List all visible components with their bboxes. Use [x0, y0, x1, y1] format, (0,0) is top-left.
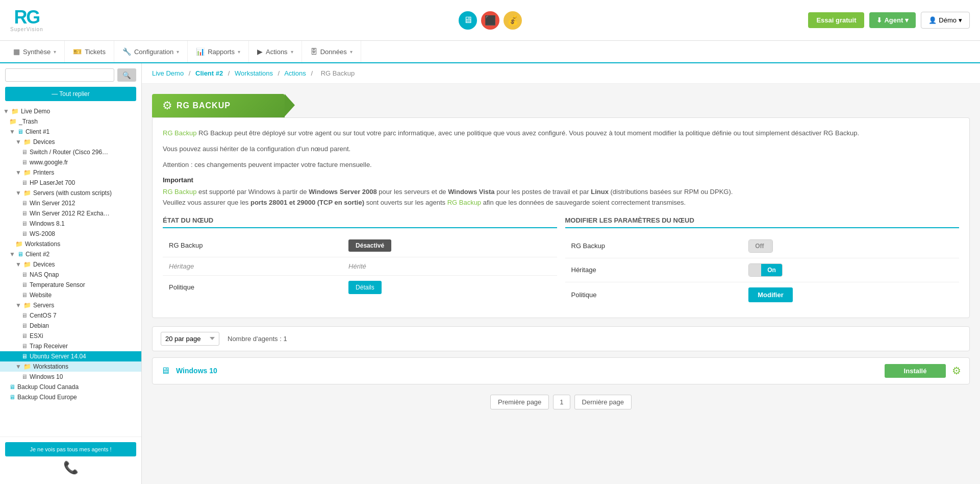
coin-icon: 💰: [504, 11, 522, 30]
param-row-heritage: Héritage On: [565, 258, 960, 282]
nav-rapports[interactable]: 📊 Rapports ▾: [188, 41, 249, 62]
modifier-button[interactable]: Modifier: [748, 287, 793, 302]
state-row-rgbackup: RG Backup Désactivé: [163, 234, 557, 257]
herite-badge: Hérité: [348, 262, 366, 270]
chevron-icon: ▼: [15, 363, 21, 370]
tree-item-trap[interactable]: 🖥 Trap Receiver: [0, 341, 141, 351]
breadcrumb-client2[interactable]: Client #2: [195, 69, 223, 77]
tree-item-printers[interactable]: ▼ 📁 Printers: [0, 167, 141, 178]
rg-backup-banner-wrap: ⚙ RG BACKUP: [152, 94, 285, 117]
win2012r2-icon: 🖥: [21, 210, 28, 217]
breadcrumb-livedemo[interactable]: Live Demo: [152, 69, 184, 77]
website-icon: 🖥: [21, 292, 28, 299]
agent-monitor-icon: 🖥: [161, 366, 170, 376]
breadcrumb-actions[interactable]: Actions: [284, 69, 306, 77]
rg-backup-link1[interactable]: RG Backup: [163, 129, 196, 137]
nav-bar: ▦ Synthèse ▾ 🎫 Tickets 🔧 Configuration ▾…: [0, 41, 980, 63]
agent-button[interactable]: ⬇ Agent ▾: [869, 12, 916, 28]
tree-item-win10[interactable]: 🖥 Windows 10: [0, 372, 141, 382]
rg-backup-banner: ⚙ RG BACKUP: [152, 94, 285, 117]
tree-item-switch[interactable]: 🖥 Switch / Router (Cisco 296…: [0, 147, 141, 157]
last-page-button[interactable]: Dernière page: [574, 395, 632, 409]
tree-item-nas[interactable]: 🖥 NAS Qnap: [0, 270, 141, 280]
agent-name[interactable]: Windows 10: [176, 367, 878, 375]
tree-item-live-demo[interactable]: ▼ 📁 Live Demo: [0, 106, 141, 116]
nav-configuration[interactable]: 🔧 Configuration ▾: [114, 41, 188, 62]
layout: 🔍 — Tout replier ▼ 📁 Live Demo 📁 _Trash …: [0, 63, 980, 484]
agents-button[interactable]: Je ne vois pas tous mes agents !: [5, 442, 136, 456]
hp-icon: 🖥: [21, 179, 28, 186]
tree-item-centos[interactable]: 🖥 CentOS 7: [0, 310, 141, 321]
tree-item-win81[interactable]: 🖥 Windows 8.1: [0, 219, 141, 229]
tree-item-website[interactable]: 🖥 Website: [0, 290, 141, 300]
breadcrumb-workstations[interactable]: Workstations: [235, 69, 273, 77]
tree-item-workstations1[interactable]: 📁 Workstations: [0, 239, 141, 249]
tree-item-esxi[interactable]: 🖥 ESXi: [0, 331, 141, 341]
tree-item-ws2008[interactable]: 🖥 WS-2008: [0, 229, 141, 239]
config-caret: ▾: [177, 49, 179, 55]
chevron-icon: 📁: [15, 240, 23, 248]
toggle-off-heritage[interactable]: [749, 264, 761, 276]
search-button[interactable]: 🔍: [117, 68, 136, 82]
backup-europe-icon: 🖥: [9, 394, 15, 401]
tree-item-client2[interactable]: ▼ 🖥 Client #2: [0, 249, 141, 259]
tree-item-hp[interactable]: 🖥 HP LaserJet 700: [0, 178, 141, 188]
two-col-section: ÉTAT DU NŒUD RG Backup Désactivé Héritag…: [163, 216, 959, 307]
tree-item-servers2[interactable]: ▼ 📁 Servers: [0, 300, 141, 310]
chevron-icon: ▼: [15, 189, 21, 197]
tree-item-google[interactable]: 🖥 www.google.fr: [0, 157, 141, 167]
demo-button[interactable]: 👤 Démo ▾: [921, 12, 970, 29]
servers2-icon: 📁: [23, 302, 31, 309]
tree-item-backup-canada[interactable]: 🖥 Backup Cloud Canada: [0, 382, 141, 392]
chevron-icon: ▼: [15, 261, 21, 268]
tree-item-win2012[interactable]: 🖥 Win Server 2012: [0, 198, 141, 208]
esxi-icon: 🖥: [21, 332, 28, 340]
devices1-icon: 📁: [23, 138, 31, 146]
tree-item-client1[interactable]: ▼ 🖥 Client #1: [0, 127, 141, 137]
win2012-icon: 🖥: [21, 200, 28, 207]
first-page-button[interactable]: Première page: [490, 395, 549, 409]
logo-subtitle: SuperVision: [10, 27, 43, 32]
nav-synthese[interactable]: ▦ Synthèse ▾: [5, 41, 65, 62]
heritage-toggle[interactable]: On: [748, 263, 783, 277]
actions-icon: ▶: [257, 47, 263, 56]
nav-donnees[interactable]: 🗄 Données ▾: [302, 41, 361, 62]
monitor-icon: 🖥: [459, 11, 477, 30]
tree-item-win2012r2[interactable]: 🖥 Win Server 2012 R2 Excha…: [0, 208, 141, 219]
nas-icon: 🖥: [21, 271, 28, 278]
toggle-off-label[interactable]: Off: [749, 240, 770, 252]
toggle-on-heritage[interactable]: On: [761, 264, 782, 276]
tree-item-devices2[interactable]: ▼ 📁 Devices: [0, 259, 141, 270]
tree-item-trash[interactable]: 📁 _Trash: [0, 116, 141, 127]
essai-button[interactable]: Essai gratuit: [808, 12, 864, 28]
nav-tickets[interactable]: 🎫 Tickets: [65, 41, 114, 62]
tree-item-ubuntu[interactable]: 🖥 Ubuntu Server 14.04: [0, 351, 141, 361]
nav-actions[interactable]: ▶ Actions ▾: [249, 41, 302, 62]
tree-item-servers-custom[interactable]: ▼ 📁 Servers (with custom scripts): [0, 188, 141, 198]
rg-backup-link3[interactable]: RG Backup: [447, 199, 481, 206]
support-icon[interactable]: 📞: [63, 461, 79, 474]
agent-settings-icon[interactable]: ⚙: [952, 365, 961, 377]
search-input[interactable]: [5, 68, 114, 82]
temp-icon: 🖥: [21, 281, 28, 288]
google-icon: 🖥: [21, 159, 28, 166]
tout-replier-button[interactable]: — Tout replier: [5, 87, 136, 101]
workstations2-icon: 📁: [23, 363, 31, 370]
tree-item-workstations2[interactable]: ▼ 📁 Workstations: [0, 361, 141, 372]
rg-backup-logo-icon: ⚙: [162, 99, 172, 112]
tree-item-debian[interactable]: 🖥 Debian: [0, 321, 141, 331]
rg-backup-link2[interactable]: RG Backup: [163, 188, 196, 196]
tree-item-temp[interactable]: 🖥 Temperature Sensor: [0, 280, 141, 290]
per-page-select[interactable]: 20 par page 50 par page 100 par page: [161, 332, 219, 346]
tree-item-devices1[interactable]: ▼ 📁 Devices: [0, 137, 141, 147]
breadcrumb: Live Demo / Client #2 / Workstations / A…: [142, 63, 980, 84]
details-button[interactable]: Détails: [348, 281, 382, 294]
logo-rg: RG: [14, 8, 39, 27]
devices2-icon: 📁: [23, 261, 31, 268]
rg-backup-toggle[interactable]: Off: [748, 239, 772, 253]
demo-caret: ▾: [959, 16, 962, 24]
toggle-heritage: On: [748, 263, 953, 277]
agent-row-win10: 🖥 Windows 10 Installé ⚙: [152, 357, 970, 384]
tree-item-backup-europe[interactable]: 🖥 Backup Cloud Europe: [0, 392, 141, 402]
logo: RG SuperVision: [10, 8, 43, 32]
